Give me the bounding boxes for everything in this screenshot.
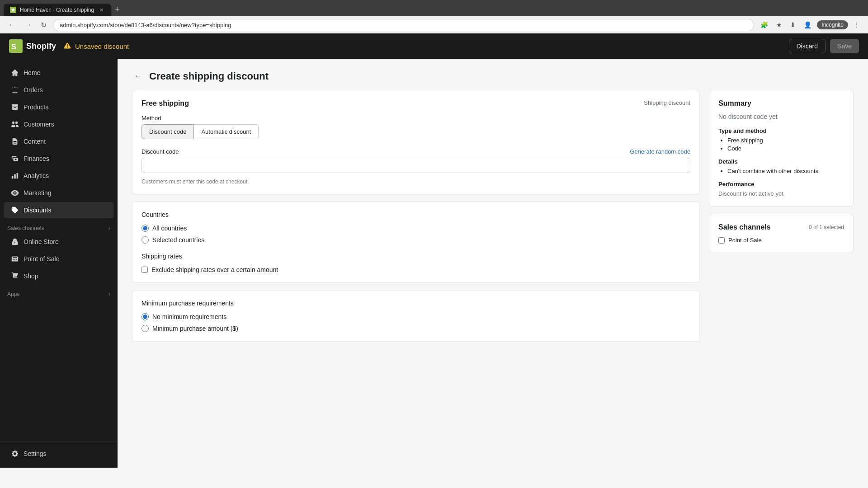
- sidebar-item-content[interactable]: Content: [4, 133, 114, 150]
- topbar-actions: Discard Save: [789, 39, 859, 53]
- bookmark-icon[interactable]: ★: [774, 19, 785, 30]
- sidebar-item-discounts[interactable]: Discounts: [4, 202, 114, 218]
- sidebar-item-label: Marketing: [24, 189, 51, 197]
- sidebar-item-label: Customers: [24, 121, 54, 128]
- sales-channels-card: Sales channels 0 of 1 selected Point of …: [709, 214, 854, 253]
- expand-icon: ›: [108, 225, 110, 231]
- incognito-badge: Incognito: [817, 20, 848, 29]
- sidebar-item-label: Discounts: [24, 206, 51, 214]
- free-shipping-card: Free shipping Shipping discount Method D…: [132, 90, 700, 194]
- unsaved-warning: Unsaved discount: [63, 42, 782, 50]
- min-purchase-card-body: Minimum purchase requirements No minimum…: [132, 291, 699, 341]
- all-countries-option[interactable]: All countries: [142, 225, 690, 232]
- all-countries-radio[interactable]: [142, 225, 149, 232]
- apps-expand-icon: ›: [108, 291, 110, 297]
- tab-close-button[interactable]: ✕: [98, 6, 105, 14]
- back-nav-button[interactable]: ←: [5, 19, 18, 31]
- favicon-icon: [10, 7, 16, 13]
- sidebar-item-analytics[interactable]: Analytics: [4, 168, 114, 184]
- sidebar-item-online-store[interactable]: Online Store: [4, 234, 114, 250]
- summary-no-code: No discount code yet: [718, 113, 844, 120]
- sidebar-item-marketing[interactable]: Marketing: [4, 185, 114, 201]
- discard-button[interactable]: Discard: [789, 39, 826, 53]
- new-tab-button[interactable]: +: [111, 3, 123, 16]
- browser-tab[interactable]: Home Haven · Create shipping ✕: [4, 4, 111, 16]
- reload-button[interactable]: ↻: [38, 19, 49, 31]
- sidebar-item-customers[interactable]: Customers: [4, 116, 114, 132]
- apps-section-header[interactable]: Apps ›: [0, 285, 118, 299]
- shopify-logo: S Shopify: [9, 39, 56, 53]
- details-title: Details: [718, 158, 844, 165]
- sidebar-item-products[interactable]: Products: [4, 99, 114, 115]
- sidebar-item-label: Analytics: [24, 172, 49, 179]
- browser-tab-bar: Home Haven · Create shipping ✕ +: [0, 0, 868, 16]
- save-button[interactable]: Save: [830, 39, 859, 53]
- svg-text:S: S: [11, 42, 16, 51]
- countries-radio-group: All countries Selected countries: [142, 225, 690, 244]
- app-layout: Home Orders Products Customers Content F…: [0, 59, 868, 468]
- sales-channels-section-header[interactable]: Sales channels ›: [0, 219, 118, 233]
- min-amount-option[interactable]: Minimum purchase amount ($): [142, 325, 690, 332]
- summary-card: Summary No discount code yet Type and me…: [709, 90, 854, 206]
- min-amount-label: Minimum purchase amount ($): [152, 325, 238, 332]
- sidebar-item-home[interactable]: Home: [4, 65, 114, 81]
- download-icon[interactable]: ⬇: [788, 19, 798, 30]
- pos-channel-checkbox[interactable]: [718, 237, 725, 244]
- no-min-radio[interactable]: [142, 313, 149, 320]
- discount-code-input[interactable]: [142, 158, 690, 173]
- forward-nav-button[interactable]: →: [22, 19, 34, 31]
- sidebar-item-label: Home: [24, 69, 40, 76]
- form-column: Free shipping Shipping discount Method D…: [132, 90, 700, 349]
- sidebar-item-orders[interactable]: Orders: [4, 82, 114, 98]
- method-label: Method: [142, 115, 690, 122]
- discount-code-tab[interactable]: Discount code: [142, 124, 194, 139]
- browser-nav: ← → ↻ admin.shopify.com/store/de8143-a6/…: [0, 16, 868, 33]
- sidebar-item-point-of-sale[interactable]: Point of Sale: [4, 251, 114, 267]
- sidebar-item-finances[interactable]: Finances: [4, 150, 114, 167]
- back-button[interactable]: ←: [132, 70, 144, 83]
- discount-code-hint: Customers must enter this code at checko…: [142, 178, 690, 185]
- content-grid: Free shipping Shipping discount Method D…: [118, 90, 868, 363]
- extension-icon[interactable]: 🧩: [758, 19, 771, 30]
- sidebar: Home Orders Products Customers Content F…: [0, 59, 118, 468]
- sidebar-item-settings[interactable]: Settings: [4, 446, 114, 462]
- summary-title: Summary: [718, 99, 844, 108]
- sidebar-item-shop[interactable]: Shop: [4, 268, 114, 284]
- sidebar-item-label: Settings: [24, 450, 47, 457]
- sales-channels-header: Sales channels 0 of 1 selected: [718, 223, 844, 231]
- selected-countries-radio[interactable]: [142, 236, 149, 244]
- min-amount-radio[interactable]: [142, 325, 149, 332]
- sidebar-item-label: Finances: [24, 155, 49, 162]
- type-method-list: Free shipping Code: [718, 137, 844, 152]
- shipping-rates-section: Shipping rates Exclude shipping rates ov…: [142, 253, 690, 273]
- sidebar-item-label: Shop: [24, 272, 38, 280]
- nav-actions: 🧩 ★ ⬇ 👤 Incognito ⋮: [758, 19, 863, 30]
- selected-countries-option[interactable]: Selected countries: [142, 236, 690, 244]
- no-min-option[interactable]: No minimum requirements: [142, 313, 690, 320]
- countries-section-label: Countries: [142, 211, 690, 218]
- exclude-rates-checkbox[interactable]: [142, 267, 148, 273]
- all-countries-label: All countries: [152, 225, 187, 232]
- type-method-item-1: Free shipping: [727, 137, 844, 144]
- logo-text: Shopify: [26, 42, 56, 51]
- sidebar-item-label: Point of Sale: [24, 255, 59, 263]
- min-purchase-label: Minimum purchase requirements: [142, 300, 690, 307]
- sales-channels-label: Sales channels: [7, 225, 44, 231]
- channel-item-pos: Point of Sale: [718, 237, 844, 244]
- automatic-discount-tab[interactable]: Automatic discount: [194, 124, 259, 139]
- menu-icon[interactable]: ⋮: [851, 19, 863, 30]
- profile-icon[interactable]: 👤: [801, 19, 814, 30]
- free-shipping-card-body: Free shipping Shipping discount Method D…: [132, 90, 699, 194]
- page-header: ← Create shipping discount: [118, 59, 868, 90]
- performance-title: Performance: [718, 181, 844, 188]
- exclude-rates-option[interactable]: Exclude shipping rates over a certain am…: [142, 266, 690, 273]
- generate-random-code-link[interactable]: Generate random code: [630, 148, 690, 155]
- details-list: Can't combine with other discounts: [718, 168, 844, 174]
- address-bar[interactable]: admin.shopify.com/store/de8143-a6/discou…: [53, 19, 754, 31]
- sidebar-item-label: Products: [24, 103, 48, 111]
- address-text: admin.shopify.com/store/de8143-a6/discou…: [60, 22, 231, 28]
- selected-countries-label: Selected countries: [152, 236, 204, 244]
- exclude-rates-label: Exclude shipping rates over a certain am…: [151, 266, 278, 273]
- performance-text: Discount is not active yet: [718, 190, 844, 197]
- method-tabs: Discount code Automatic discount: [142, 124, 690, 139]
